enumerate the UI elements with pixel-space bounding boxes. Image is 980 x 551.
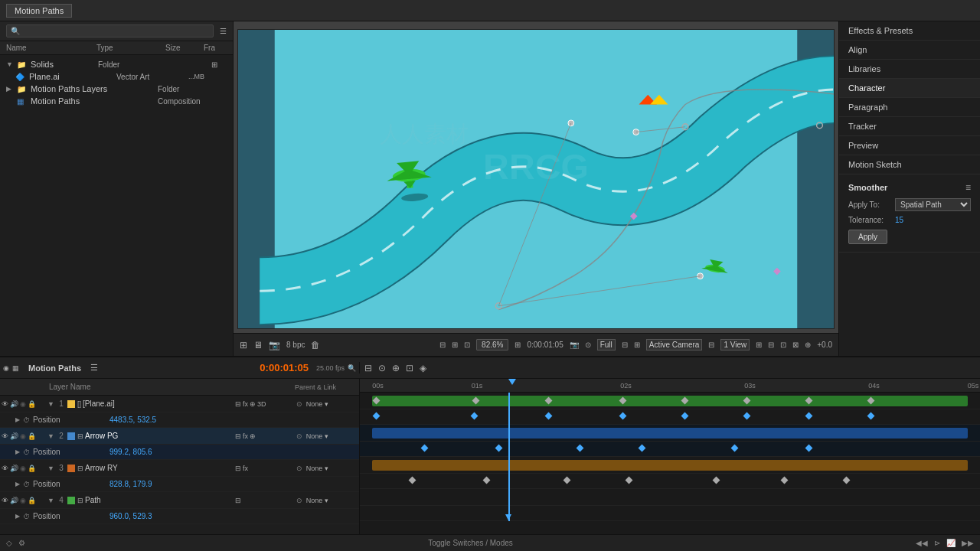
keyframe-blue[interactable] [470, 412, 478, 420]
keyframe[interactable] [564, 477, 571, 484]
comp-icon[interactable]: ▦ [12, 364, 19, 372]
lock-icon[interactable]: 🔒 [28, 400, 36, 408]
layout-icon5[interactable]: ⊕ [805, 341, 811, 349]
keyframe-blue[interactable] [619, 412, 627, 420]
keyframe-blue[interactable] [743, 412, 751, 420]
preview-icon1[interactable]: ⊟ [439, 341, 446, 349]
tolerance-value[interactable]: 15 [895, 216, 903, 224]
keyframe-blue[interactable] [805, 412, 813, 420]
camera-icon2[interactable]: 📷 [570, 341, 579, 349]
layout-icon4[interactable]: ⊠ [792, 341, 799, 349]
tl-icon-1[interactable]: ⊟ [363, 363, 374, 373]
sub-expand-arrow[interactable]: ▶ [15, 448, 23, 455]
audio-icon[interactable]: 🔊 [10, 400, 18, 408]
preview-icon3[interactable]: ⊡ [464, 341, 470, 349]
list-item[interactable]: ▼ 📁 Solids Folder ⊞ [0, 58, 233, 70]
eye-icon[interactable]: 👁 [2, 432, 8, 440]
layout-icon3[interactable]: ⊡ [780, 341, 786, 349]
keyframe[interactable] [780, 477, 788, 484]
panel-item-effects[interactable]: Effects & Presets [839, 21, 980, 41]
parent-none-4[interactable]: None ▾ [306, 497, 328, 504]
audio-icon[interactable]: 🔊 [10, 432, 18, 440]
camera-icon[interactable]: 📷 [269, 340, 280, 350]
zoom-button[interactable]: 82.6% [476, 339, 508, 350]
sub-expand-arrow[interactable]: ▶ [15, 513, 23, 520]
solo-icon[interactable]: ◉ [3, 364, 9, 372]
track-row-3-pos[interactable] [360, 474, 980, 489]
keyframe-blue[interactable] [495, 445, 503, 452]
sub-expand-arrow[interactable]: ▶ [15, 416, 23, 423]
keyframe-blue[interactable] [681, 412, 689, 420]
expand-arrow[interactable]: ▶ [6, 85, 14, 93]
apply-button[interactable]: Apply [848, 230, 887, 244]
track-row-4-pos[interactable] [360, 506, 980, 521]
preview-icon2[interactable]: ⊞ [452, 341, 458, 349]
camera-select[interactable]: Active Camera [646, 339, 703, 350]
motion-blur-icon[interactable]: ⊕ [250, 432, 256, 440]
track-row-1-pos[interactable] [360, 409, 980, 425]
sub-expand-arrow[interactable]: ▶ [15, 481, 23, 487]
expand-arrow-3[interactable]: ▼ [47, 465, 55, 472]
timeline-settings-icon[interactable]: ⚙ [18, 539, 25, 547]
screen-icon[interactable]: 🖥 [253, 340, 263, 350]
expand-arrow-4[interactable]: ▼ [47, 497, 55, 504]
fx-icon[interactable]: fx [243, 465, 248, 472]
filter-icon[interactable]: ☰ [220, 27, 227, 35]
switches-icon[interactable]: ⊟ [235, 432, 241, 440]
eye-icon[interactable]: 👁 [2, 400, 8, 408]
keyframe[interactable] [842, 477, 850, 484]
fx-icon[interactable]: fx [243, 400, 248, 408]
tl-icon-2[interactable]: ⊙ [377, 363, 387, 373]
panel-item-paragraph[interactable]: Paragraph [839, 98, 980, 117]
prev-keyframe-icon[interactable]: ◀◀ [916, 539, 928, 547]
graph-icon[interactable]: 📈 [946, 539, 956, 547]
keyframe[interactable] [408, 477, 416, 484]
tl-icon-3[interactable]: ⊕ [390, 363, 401, 373]
layout-icon1[interactable]: ⊞ [756, 341, 762, 349]
panel-item-libraries[interactable]: Libraries [839, 60, 980, 79]
grid-icon[interactable]: ⊞ [240, 340, 247, 350]
parent-none-2[interactable]: None ▾ [306, 432, 328, 440]
apply-to-select[interactable]: Spatial Path [895, 198, 971, 211]
track-row-4[interactable] [360, 489, 980, 506]
toggle-switches-label[interactable]: Toggle Switches / Modes [428, 539, 513, 547]
lock-icon[interactable]: 🔒 [28, 497, 36, 504]
keyframe[interactable] [626, 477, 633, 484]
list-item[interactable]: ▶ 📁 Motion Paths Layers Folder [0, 83, 233, 95]
track-row-1[interactable] [360, 393, 980, 409]
stopwatch-icon[interactable]: ⏱ [23, 513, 30, 520]
stopwatch-icon[interactable]: ⏱ [23, 448, 30, 456]
track-row-2-pos[interactable] [360, 442, 980, 457]
next-keyframe-icon[interactable]: ▶▶ [962, 539, 974, 547]
keyframe-blue[interactable] [373, 412, 381, 420]
fit-icon[interactable]: ⊞ [514, 341, 521, 349]
solo-icon[interactable]: ◉ [20, 465, 26, 472]
add-keyframe-icon[interactable]: ◇ [6, 539, 12, 547]
switches-icon[interactable]: ⊟ [235, 400, 241, 408]
keyframe-blue[interactable] [421, 445, 429, 452]
expand-arrow-1[interactable]: ▼ [47, 400, 55, 408]
lock-icon[interactable]: 🔒 [28, 465, 36, 472]
prev-frame-icon[interactable]: ⊳ [934, 539, 940, 547]
list-item[interactable]: ▦ Motion Paths Composition [0, 95, 233, 107]
3d-icon[interactable]: 3D [257, 400, 266, 408]
switches-icon[interactable]: ⊟ [235, 497, 241, 504]
switches-icon[interactable]: ⊟ [235, 465, 241, 472]
panel-item-character[interactable]: Character [839, 79, 980, 98]
expand-arrow-2[interactable]: ▼ [47, 432, 55, 440]
track-row-2[interactable] [360, 425, 980, 442]
panel-item-align[interactable]: Align [839, 41, 980, 60]
quality-select[interactable]: Full [597, 339, 616, 350]
panel-item-motion-sketch[interactable]: Motion Sketch [839, 155, 980, 174]
parent-none-1[interactable]: None ▾ [306, 400, 328, 408]
audio-icon[interactable]: 🔊 [10, 465, 18, 472]
panel-item-tracker[interactable]: Tracker [839, 117, 980, 136]
tl-icon-4[interactable]: ⊡ [404, 363, 415, 373]
motion-paths-tab[interactable]: Motion Paths [6, 4, 72, 18]
list-item[interactable]: 🔷 Plane.ai Vector Art ...MB [0, 70, 233, 83]
eye-icon[interactable]: 👁 [2, 465, 8, 472]
tl-icon-5[interactable]: ◈ [418, 363, 428, 373]
keyframe-blue[interactable] [867, 412, 875, 420]
expand-arrow[interactable]: ▼ [6, 60, 14, 68]
parent-none-3[interactable]: None ▾ [306, 465, 328, 472]
